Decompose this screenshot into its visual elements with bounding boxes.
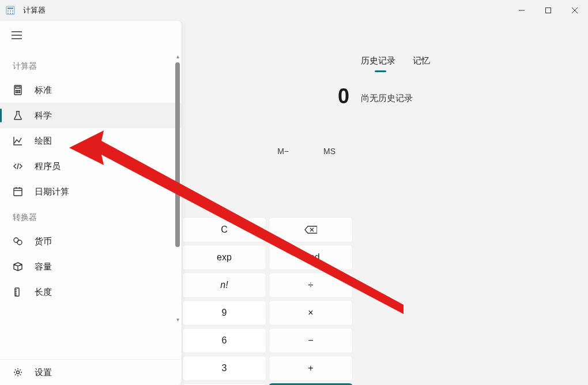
svg-rect-2 [7, 10, 9, 12]
nav-label: 标准 [35, 85, 52, 96]
nav-label: 程序员 [35, 161, 61, 172]
svg-point-22 [16, 92, 17, 93]
hamburger-button[interactable] [0, 21, 182, 47]
content-area: 历史记录 记忆 尚无历史记录 0 M− MS C exp mod n! ÷ 9 … [0, 21, 588, 385]
memory-store-button[interactable]: MS [323, 147, 336, 156]
svg-rect-25 [14, 188, 22, 196]
svg-rect-5 [7, 13, 9, 14]
memory-minus-button[interactable]: M− [277, 147, 289, 156]
key-subtract[interactable]: − [269, 328, 353, 353]
scroll-down-icon[interactable]: ▾ [175, 317, 180, 322]
key-3[interactable]: 3 [182, 356, 266, 381]
gear-icon [13, 367, 23, 377]
close-button[interactable] [561, 0, 588, 21]
svg-rect-3 [10, 10, 11, 12]
svg-point-24 [19, 92, 20, 93]
nav-label: 绘图 [35, 136, 52, 147]
svg-rect-9 [546, 8, 551, 13]
nav-item-graphing[interactable]: 绘图 [0, 128, 182, 154]
tab-memory[interactable]: 记忆 [413, 55, 430, 70]
graph-icon [13, 136, 23, 146]
window-controls [508, 0, 588, 21]
svg-point-19 [16, 90, 17, 91]
ruler-icon [13, 287, 23, 297]
app-icon [6, 6, 15, 15]
key-divide[interactable]: ÷ [269, 272, 353, 298]
navigation-pane: 计算器 标准 科学 绘图 程序员 [0, 21, 182, 385]
svg-rect-4 [12, 10, 13, 12]
scroll-thumb[interactable] [175, 62, 180, 247]
nav-label: 设置 [35, 367, 52, 378]
nav-item-settings[interactable]: 设置 [0, 360, 182, 385]
key-exp[interactable]: exp [182, 245, 266, 270]
nav-section-converter: 转换器 [0, 204, 182, 229]
key-mod[interactable]: mod [269, 245, 353, 270]
nav-item-scientific[interactable]: 科学 [0, 103, 182, 128]
cube-icon [13, 261, 23, 272]
svg-point-30 [17, 240, 22, 245]
nav-item-length[interactable]: 长度 [0, 279, 182, 305]
keypad: C exp mod n! ÷ 9 × 6 − 3 + . = [182, 217, 353, 385]
svg-point-21 [19, 90, 20, 91]
key-multiply[interactable]: × [269, 300, 353, 326]
nav-section-calculator: 计算器 [0, 53, 182, 77]
key-clear[interactable]: C [182, 217, 266, 242]
svg-point-23 [17, 92, 18, 93]
key-add[interactable]: + [269, 356, 353, 381]
nav-item-currency[interactable]: 货币 [0, 229, 182, 254]
window-title: 计算器 [23, 5, 46, 16]
key-6[interactable]: 6 [182, 328, 266, 353]
memory-row: M− MS [188, 147, 353, 156]
svg-point-20 [17, 90, 18, 91]
titlebar: 计算器 [0, 0, 588, 21]
scroll-up-icon[interactable]: ▴ [175, 54, 180, 59]
nav-label: 长度 [35, 287, 52, 298]
tab-history[interactable]: 历史记录 [361, 55, 395, 70]
display-value: 0 [338, 84, 349, 109]
key-9[interactable]: 9 [182, 300, 266, 326]
history-memory-tabs: 历史记录 记忆 [361, 55, 430, 70]
svg-rect-7 [12, 13, 13, 14]
history-empty-text: 尚无历史记录 [361, 93, 413, 104]
flask-icon [13, 110, 23, 121]
key-factorial[interactable]: n! [182, 272, 266, 298]
nav-label: 科学 [35, 110, 52, 121]
nav-item-programmer[interactable]: 程序员 [0, 154, 182, 179]
calculator-icon [13, 85, 23, 95]
key-backspace[interactable] [269, 217, 353, 242]
nav-scrollbar[interactable]: ▴ ▾ [175, 51, 180, 326]
svg-point-36 [17, 371, 20, 374]
nav-item-volume[interactable]: 容量 [0, 254, 182, 279]
svg-rect-6 [10, 13, 11, 14]
currency-icon [13, 236, 23, 246]
nav-item-standard[interactable]: 标准 [0, 77, 182, 103]
nav-label: 货币 [35, 236, 52, 247]
svg-rect-18 [16, 87, 20, 88]
maximize-button[interactable] [535, 0, 561, 21]
nav-label: 容量 [35, 261, 52, 272]
minimize-button[interactable] [508, 0, 535, 21]
code-icon [13, 161, 23, 171]
svg-rect-1 [7, 8, 13, 9]
calendar-icon [13, 186, 23, 197]
nav-label: 日期计算 [35, 186, 69, 197]
nav-item-date[interactable]: 日期计算 [0, 179, 182, 204]
